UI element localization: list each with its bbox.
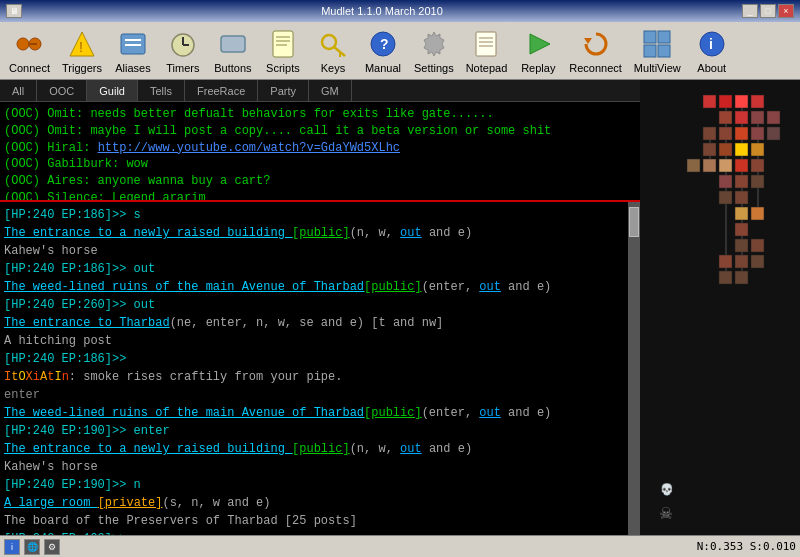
game-line: [HP:240 EP:186]>> s [4,206,624,224]
scrollbar-thumb[interactable] [629,207,639,237]
svg-rect-69 [751,239,764,252]
game-scroll-container: [HP:240 EP:186]>> sThe entrance to a new… [0,202,640,535]
svg-rect-52 [751,143,764,156]
scripts-label: Scripts [266,62,300,74]
svg-rect-70 [735,255,748,268]
title-bar: 🖥 Mudlet 1.1.0 March 2010 _ □ × [0,0,800,22]
toolbar-buttons[interactable]: Buttons [209,25,257,77]
keys-label: Keys [321,62,345,74]
reconnect-label: Reconnect [569,62,622,74]
svg-rect-28 [644,31,656,43]
svg-rect-59 [687,159,700,172]
ooc-message: (OOC) Aires: anyone wanna buy a cart? [4,173,636,190]
svg-rect-39 [751,95,764,108]
svg-rect-57 [719,159,732,172]
toolbar-settings[interactable]: Settings [409,25,459,77]
close-button[interactable]: × [778,4,794,18]
help-label: Manual [365,62,401,74]
svg-text:i: i [709,36,713,52]
svg-rect-51 [735,143,748,156]
system-menu[interactable]: 🖥 [6,4,22,18]
settings-label: Settings [414,62,454,74]
svg-rect-62 [719,175,732,188]
svg-rect-61 [751,175,764,188]
game-line: [HP:240 EP:190]>> enter [4,422,624,440]
toolbar-about[interactable]: iAbout [688,25,736,77]
about-label: About [697,62,726,74]
toolbar-reconnect[interactable]: Reconnect [564,25,627,77]
notepad-label: Notepad [466,62,508,74]
svg-marker-27 [584,38,592,44]
about-icon: i [696,28,728,60]
svg-text:!: ! [79,39,83,55]
svg-rect-74 [735,271,748,284]
status-bar: i 🌐 ⚙ N:0.353 S:0.010 [0,535,800,557]
toolbar-notepad[interactable]: Notepad [461,25,513,77]
skeleton-image: 💀 ☠ [660,483,674,525]
scrollbar-track[interactable] [628,202,640,535]
toolbar-connect[interactable]: Connect [4,25,55,77]
ooc-area: (OOC) Omit: needs better defualt behavio… [0,102,640,202]
game-line: [HP:240 EP:190]>> n [4,476,624,494]
map-panel: 💀 ☠ [640,80,800,535]
minimize-button[interactable]: _ [742,4,758,18]
svg-rect-11 [221,36,245,52]
game-line: A hitching post [4,332,624,350]
game-line: The weed-lined ruins of the main Avenue … [4,404,624,422]
ooc-message: (OOC) Silence: Legend ararim [4,190,636,202]
timers-label: Timers [166,62,199,74]
info-icon[interactable]: i [4,539,20,555]
svg-rect-31 [658,45,670,57]
svg-rect-45 [719,111,732,124]
settings-status-icon[interactable]: ⚙ [44,539,60,555]
svg-rect-73 [719,271,732,284]
scripts-icon [267,28,299,60]
connect-icon [13,28,45,60]
toolbar-replay[interactable]: Replay [514,25,562,77]
tab-ooc[interactable]: OOC [37,80,87,101]
toolbar-triggers[interactable]: !Triggers [57,25,107,77]
connect-label: Connect [9,62,50,74]
replay-icon [522,28,554,60]
left-panel: AllOOCGuildTellsFreeRacePartyGM (OOC) Om… [0,80,640,535]
maximize-button[interactable]: □ [760,4,776,18]
network-icon[interactable]: 🌐 [24,539,40,555]
tab-freerace[interactable]: FreeRace [185,80,258,101]
stats-display: N:0.353 S:0.010 [697,540,796,553]
game-line: [HP:240 EP:190]>> n [4,530,624,535]
svg-rect-47 [751,127,764,140]
game-line: [HP:240 EP:260]>> out [4,296,624,314]
toolbar-timers[interactable]: Timers [159,25,207,77]
svg-rect-43 [751,111,764,124]
svg-rect-66 [751,207,764,220]
help-icon: ? [367,28,399,60]
window-controls[interactable]: _ □ × [742,4,794,18]
toolbar-keys[interactable]: Keys [309,25,357,77]
game-area[interactable]: [HP:240 EP:186]>> sThe entrance to a new… [0,202,628,535]
tab-party[interactable]: Party [258,80,309,101]
toolbar-scripts[interactable]: Scripts [259,25,307,77]
settings-icon [418,28,450,60]
toolbar-multiview[interactable]: MultiView [629,25,686,77]
svg-rect-48 [767,127,780,140]
svg-rect-44 [767,111,780,124]
toolbar-help[interactable]: ?Manual [359,25,407,77]
tab-tells[interactable]: Tells [138,80,185,101]
svg-rect-54 [703,143,716,156]
tab-guild[interactable]: Guild [87,80,138,101]
toolbar: Connect!TriggersAliasesTimersButtonsScri… [0,22,800,80]
tab-bar: AllOOCGuildTellsFreeRacePartyGM [0,80,640,102]
svg-rect-65 [735,207,748,220]
multiview-icon [641,28,673,60]
tab-all[interactable]: All [0,80,37,101]
svg-rect-38 [735,95,748,108]
buttons-icon [217,28,249,60]
game-line: ItOXiAtIn: smoke rises craftily from you… [4,368,624,386]
svg-rect-64 [719,191,732,204]
svg-rect-53 [719,143,732,156]
tab-gm[interactable]: GM [309,80,352,101]
svg-marker-26 [530,34,550,54]
toolbar-aliases[interactable]: Aliases [109,25,157,77]
svg-point-16 [322,35,336,49]
game-line: The weed-lined ruins of the main Avenue … [4,278,624,296]
